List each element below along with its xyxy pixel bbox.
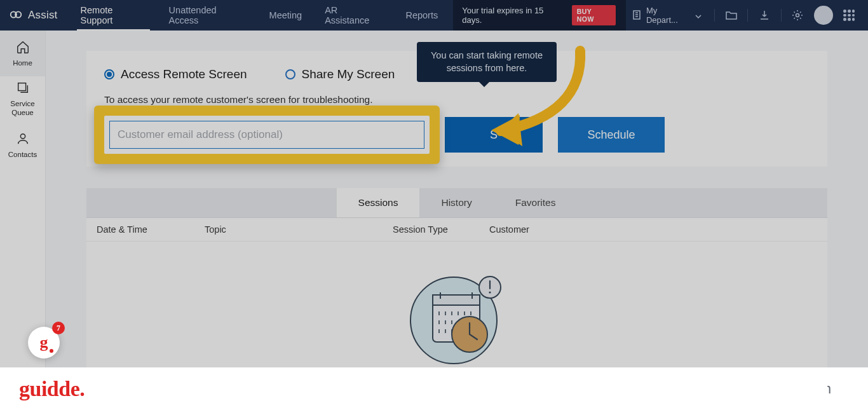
- apps-grid-icon[interactable]: [839, 5, 859, 25]
- radio-unchecked-icon: [285, 69, 295, 79]
- buy-now-button[interactable]: BUY NOW: [572, 5, 616, 25]
- trial-message: Your trial expires in 15 days.: [462, 6, 564, 25]
- tab-history[interactable]: History: [419, 188, 493, 217]
- radio-share-label: Share My Screen: [302, 67, 395, 81]
- app-wrapper: Assist Remote Support Unattended Access …: [0, 0, 868, 367]
- session-subline: To access your remote customer's screen …: [104, 94, 810, 106]
- chevron-down-icon: [695, 11, 702, 20]
- assist-logo-icon: [9, 8, 23, 24]
- guidde-badge-count: 7: [52, 322, 65, 334]
- guidde-floating-widget[interactable]: g 7: [28, 327, 60, 359]
- brand-name: Assist: [28, 9, 58, 22]
- empty-state: [86, 242, 827, 406]
- sidebar-home-label: Home: [13, 59, 32, 67]
- callout-text: You can start taking remote sessions fro…: [431, 50, 543, 73]
- nav-remote-support[interactable]: Remote Support: [69, 0, 158, 31]
- guidde-logo: guidde.: [19, 377, 85, 401]
- tab-strip: Sessions History Favorites: [86, 188, 827, 218]
- action-row: START NOWS Schedule: [104, 116, 810, 154]
- home-icon: [16, 40, 30, 55]
- folder-icon[interactable]: [721, 5, 741, 25]
- th-customer: Customer: [489, 224, 817, 235]
- sidebar-home[interactable]: Home: [0, 31, 45, 76]
- sidebar-service-queue[interactable]: Service Queue: [0, 76, 45, 122]
- main-area: Access Remote Screen Share My Screen To …: [46, 31, 868, 367]
- download-icon[interactable]: [754, 5, 774, 25]
- sidebar-queue-label: Service Queue: [0, 100, 45, 118]
- left-sidebar: Home Service Queue Contacts: [0, 31, 46, 367]
- tooltip-callout: You can start taking remote sessions fro…: [417, 42, 557, 82]
- radio-checked-icon: [104, 69, 114, 79]
- email-highlight-wrap: [104, 116, 430, 154]
- nav-items: Remote Support Unattended Access Meeting…: [69, 0, 450, 31]
- start-now-button[interactable]: START NOWS: [445, 117, 543, 153]
- svg-point-8: [20, 134, 25, 139]
- sidebar-contacts[interactable]: Contacts: [0, 122, 45, 168]
- svg-point-6: [796, 14, 799, 17]
- top-nav: Assist Remote Support Unattended Access …: [0, 0, 868, 31]
- separator: [781, 9, 782, 22]
- customer-email-input[interactable]: [109, 121, 424, 149]
- stack-icon: [16, 81, 30, 96]
- sidebar-contacts-label: Contacts: [8, 151, 37, 158]
- sessions-table-wrap: Sessions History Favorites Date & Time T…: [86, 188, 827, 406]
- logo-block: Assist: [0, 8, 69, 24]
- department-selector[interactable]: My Depart...: [626, 6, 708, 25]
- user-avatar[interactable]: [814, 6, 832, 25]
- schedule-button[interactable]: Schedule: [558, 117, 665, 153]
- building-icon: [632, 10, 641, 22]
- nav-right: My Depart...: [626, 0, 868, 31]
- svg-point-32: [489, 291, 491, 293]
- th-topic: Topic: [205, 224, 393, 235]
- trial-block: Your trial expires in 15 days. BUY NOW: [453, 0, 626, 31]
- department-label: My Depart...: [646, 6, 690, 25]
- th-date-time: Date & Time: [97, 224, 205, 235]
- gear-icon[interactable]: [788, 5, 808, 25]
- radio-access-label: Access Remote Screen: [121, 67, 247, 81]
- contacts-icon: [16, 132, 30, 147]
- radio-access-remote[interactable]: Access Remote Screen: [104, 67, 247, 81]
- separator: [747, 9, 748, 22]
- radio-share-screen[interactable]: Share My Screen: [285, 67, 395, 81]
- separator: [714, 9, 715, 22]
- nav-ar-assistance[interactable]: AR Assistance: [313, 0, 394, 31]
- tab-sessions[interactable]: Sessions: [337, 188, 420, 217]
- guidde-circle-icon: g 7: [28, 327, 60, 359]
- th-session-type: Session Type: [393, 224, 489, 235]
- nav-reports[interactable]: Reports: [394, 0, 449, 31]
- nav-unattended-access[interactable]: Unattended Access: [158, 0, 258, 31]
- nav-meeting[interactable]: Meeting: [258, 0, 314, 31]
- svg-rect-7: [18, 83, 25, 91]
- table-header-row: Date & Time Topic Session Type Customer: [86, 218, 827, 242]
- empty-state-illustration: [406, 270, 508, 367]
- session-card: Access Remote Screen Share My Screen To …: [86, 51, 827, 167]
- tab-favorites[interactable]: Favorites: [494, 188, 578, 217]
